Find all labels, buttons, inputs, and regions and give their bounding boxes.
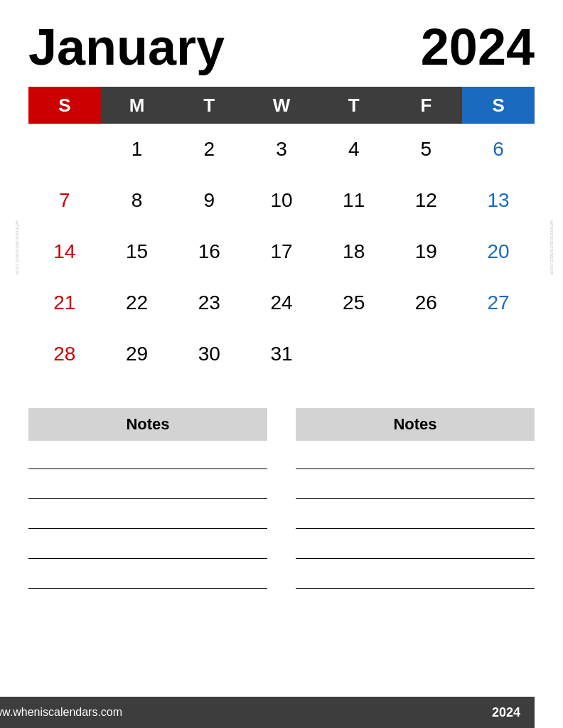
day-cell: 13 <box>462 175 535 226</box>
day-cell: 18 <box>318 226 390 277</box>
notes-line[interactable] <box>296 542 535 559</box>
notes-line[interactable] <box>28 572 267 589</box>
notes-line[interactable] <box>28 482 267 499</box>
calendar-header: S M T W T F S <box>28 87 535 124</box>
footer: www.wheniscalendars.com 2024 <box>0 697 535 728</box>
notes-line[interactable] <box>296 512 535 529</box>
day-cell: 24 <box>245 277 318 328</box>
day-cell: 30 <box>173 328 245 380</box>
day-cell: 28 <box>28 328 101 380</box>
tuesday-header: T <box>173 87 245 124</box>
notes-line[interactable] <box>296 572 535 589</box>
week-row-5: 28 29 30 31 <box>28 328 535 380</box>
day-cell: 15 <box>101 226 173 277</box>
day-cell: 7 <box>28 175 101 226</box>
wednesday-header: W <box>245 87 318 124</box>
day-cell: 4 <box>318 124 390 175</box>
day-cell: 5 <box>390 124 463 175</box>
day-cell: 22 <box>101 277 173 328</box>
week-row-3: 14 15 16 17 18 19 20 <box>28 226 535 277</box>
day-cell: 8 <box>101 175 173 226</box>
watermark-right: wheniscalendars.com <box>542 220 556 275</box>
month-title: January <box>28 21 225 73</box>
year-title: 2024 <box>421 21 535 73</box>
day-cell: 9 <box>173 175 245 226</box>
week-row-1: 1 2 3 4 5 6 <box>28 124 535 175</box>
notes-lines-right <box>296 452 535 589</box>
notes-column-left: Notes <box>28 408 267 728</box>
calendar-page: January 2024 S M T W T F S 1 2 3 4 5 6 <box>0 0 563 728</box>
footer-url: www.wheniscalendars.com <box>0 706 122 719</box>
day-cell: 6 <box>462 124 535 175</box>
day-cell: 2 <box>173 124 245 175</box>
day-cell: 23 <box>173 277 245 328</box>
day-cell: 3 <box>245 124 318 175</box>
thursday-header: T <box>318 87 390 124</box>
monday-header: M <box>101 87 173 124</box>
day-cell: 27 <box>462 277 535 328</box>
watermark-left: wheniscalendars.com <box>7 220 21 275</box>
day-cell: 10 <box>245 175 318 226</box>
notes-line[interactable] <box>28 452 267 469</box>
notes-line[interactable] <box>296 482 535 499</box>
week-row-4: 21 22 23 24 25 26 27 <box>28 277 535 328</box>
day-cell <box>462 328 535 380</box>
day-cell: 26 <box>390 277 463 328</box>
day-cell: 31 <box>245 328 318 380</box>
day-cell: 17 <box>245 226 318 277</box>
notes-line[interactable] <box>296 452 535 469</box>
day-cell: 1 <box>101 124 173 175</box>
sunday-header: S <box>28 87 101 124</box>
notes-lines-left <box>28 452 267 589</box>
header: January 2024 <box>28 21 535 73</box>
friday-header: F <box>390 87 463 124</box>
notes-section: Notes Notes <box>28 408 535 728</box>
saturday-header: S <box>462 87 535 124</box>
day-cell: 14 <box>28 226 101 277</box>
day-cell <box>28 124 101 175</box>
notes-header-left: Notes <box>28 408 267 441</box>
calendar-table: S M T W T F S 1 2 3 4 5 6 7 8 9 <box>28 87 535 380</box>
day-cell: 25 <box>318 277 390 328</box>
day-cell <box>390 328 463 380</box>
day-cell: 12 <box>390 175 463 226</box>
day-cell: 11 <box>318 175 390 226</box>
notes-line[interactable] <box>28 542 267 559</box>
calendar-body: 1 2 3 4 5 6 7 8 9 10 11 12 13 14 15 16 1… <box>28 124 535 380</box>
week-row-2: 7 8 9 10 11 12 13 <box>28 175 535 226</box>
day-cell: 21 <box>28 277 101 328</box>
day-cell: 19 <box>390 226 463 277</box>
notes-header-right: Notes <box>296 408 535 441</box>
day-cell <box>318 328 390 380</box>
footer-year: 2024 <box>492 705 520 720</box>
day-cell: 20 <box>462 226 535 277</box>
day-cell: 16 <box>173 226 245 277</box>
day-cell: 29 <box>101 328 173 380</box>
notes-column-right: Notes <box>296 408 535 728</box>
notes-line[interactable] <box>28 512 267 529</box>
days-header-row: S M T W T F S <box>28 87 535 124</box>
